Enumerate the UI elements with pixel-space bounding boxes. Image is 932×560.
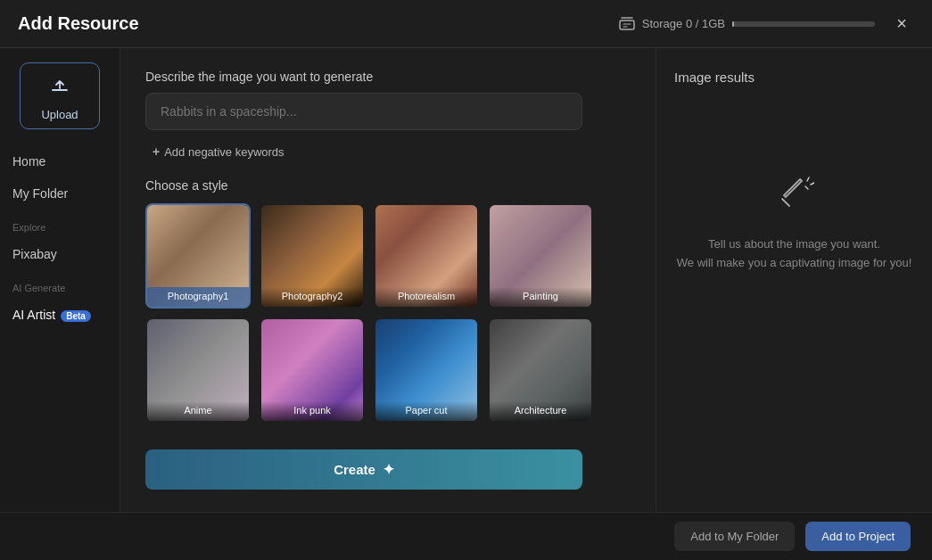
results-panel: Image results Tell us about the image yo… — [656, 48, 932, 560]
upload-icon — [47, 70, 72, 101]
close-button[interactable]: × — [889, 12, 914, 37]
svg-rect-0 — [620, 21, 634, 29]
sidebar: Upload Home My Folder Explore Pixabay AI… — [0, 48, 120, 560]
add-to-folder-button[interactable]: Add to My Folder — [674, 522, 795, 551]
style-card-painting[interactable]: Painting — [488, 203, 593, 309]
upload-button[interactable]: Upload — [20, 62, 100, 129]
storage-bar-fill — [732, 21, 734, 27]
style-card-paper-cut[interactable]: Paper cut — [374, 317, 479, 423]
style-card-label-painting: Painting — [490, 287, 591, 307]
beta-badge: Beta — [61, 310, 91, 322]
bottom-bar: Add to My Folder Add to Project — [0, 512, 932, 560]
create-button[interactable]: Create ✦ — [145, 449, 582, 490]
storage-bar-background — [732, 21, 875, 27]
content-area: Describe the image you want to generate … — [120, 48, 656, 560]
create-label: Create — [334, 462, 375, 477]
style-card-photography2[interactable]: Photography2 — [260, 203, 365, 309]
add-to-project-button[interactable]: Add to Project — [805, 522, 911, 551]
sidebar-section-explore: Explore — [0, 211, 120, 236]
sparkle-icon: ✦ — [383, 461, 394, 478]
results-hint: Tell us about the image you want. We wil… — [677, 235, 912, 273]
sidebar-item-my-folder[interactable]: My Folder — [0, 179, 120, 208]
style-card-label-architecture: Architecture — [490, 401, 591, 421]
wand-icon — [775, 174, 814, 221]
storage-icon — [619, 17, 635, 31]
upload-label: Upload — [41, 108, 78, 121]
style-card-ink-punk[interactable]: Ink punk — [260, 317, 365, 423]
style-card-architecture[interactable]: Architecture — [488, 317, 593, 423]
storage-info: Storage 0 / 1GB — [619, 17, 875, 31]
style-grid: Photography1Photography2PhotorealismPain… — [145, 203, 591, 423]
results-empty-state: Tell us about the image you want. We wil… — [677, 174, 912, 273]
style-card-photography1[interactable]: Photography1 — [145, 203, 251, 309]
page-title: Add Resource — [18, 13, 139, 34]
storage-label: Storage 0 / 1GB — [642, 17, 725, 30]
results-label: Image results — [674, 70, 755, 85]
sidebar-item-home[interactable]: Home — [0, 147, 120, 176]
style-card-label-paper-cut: Paper cut — [375, 401, 477, 421]
create-button-wrapper: Create ✦ — [145, 449, 582, 490]
add-keywords-button[interactable]: + Add negative keywords — [145, 141, 292, 162]
style-section-label: Choose a style — [145, 178, 631, 193]
sidebar-item-ai-artist[interactable]: AI ArtistBeta — [0, 301, 120, 329]
header: Add Resource Storage 0 / 1GB × — [0, 0, 932, 48]
ai-artist-label: AI Artist — [12, 308, 55, 322]
style-card-anime[interactable]: Anime — [145, 317, 251, 423]
style-card-label-photography2: Photography2 — [261, 287, 363, 307]
style-card-label-ink-punk: Ink punk — [261, 401, 363, 421]
style-card-label-anime: Anime — [147, 401, 249, 421]
describe-label: Describe the image you want to generate — [145, 70, 631, 84]
prompt-input[interactable] — [145, 93, 582, 130]
sidebar-section-ai-generate: AI Generate — [0, 272, 120, 297]
add-keywords-label: Add negative keywords — [164, 145, 284, 159]
header-right: Storage 0 / 1GB × — [619, 12, 914, 37]
sidebar-item-pixabay[interactable]: Pixabay — [0, 240, 120, 268]
plus-icon: + — [153, 144, 160, 159]
style-card-label-photography1: Photography1 — [147, 287, 249, 307]
style-card-label-photorealism: Photorealism — [375, 287, 477, 307]
main-layout: Upload Home My Folder Explore Pixabay AI… — [0, 48, 932, 560]
style-card-photorealism[interactable]: Photorealism — [374, 203, 479, 309]
